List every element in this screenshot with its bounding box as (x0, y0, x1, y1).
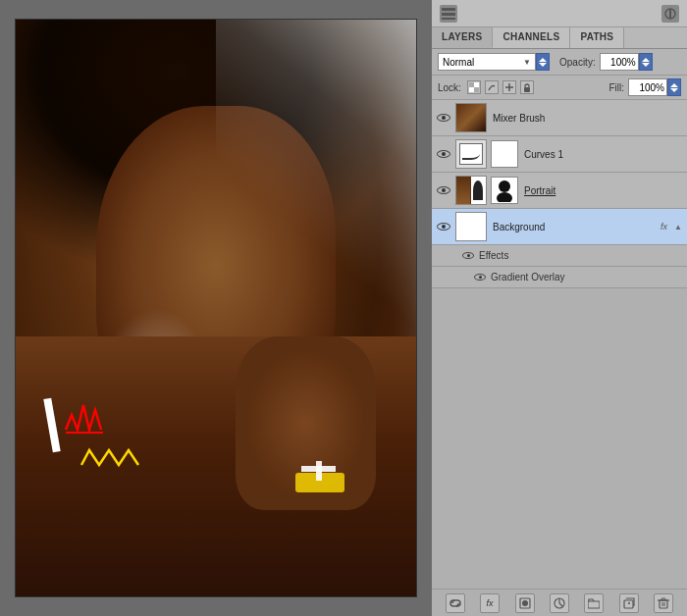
layer-thumbnail-curves1 (455, 139, 487, 169)
svg-rect-2 (442, 18, 455, 20)
fill-stepper[interactable] (667, 78, 681, 96)
opacity-control[interactable]: 100% (600, 53, 653, 71)
eye-pupil (442, 152, 446, 156)
eye-pupil (442, 225, 446, 229)
blend-mode-select[interactable]: Normal ▼ (438, 53, 536, 71)
opacity-input[interactable]: 100% (600, 53, 639, 71)
yellow-zigzag-svg (79, 445, 148, 470)
yellow-zigzag-paint (79, 445, 138, 470)
eye-pupil (442, 116, 446, 120)
effects-eye-icon (462, 252, 474, 259)
layer-item-portrait[interactable]: Portrait (432, 173, 687, 209)
new-layer-icon (623, 597, 635, 609)
svg-rect-5 (469, 82, 474, 87)
red-zigzag-svg (64, 395, 113, 435)
fill-label: Fill: (608, 82, 624, 93)
canvas-area (0, 0, 432, 616)
blend-mode-control[interactable]: Normal ▼ (438, 53, 550, 71)
red-lines-paint (64, 395, 113, 435)
layer-thumbnail-portrait (455, 176, 487, 205)
tab-channels[interactable]: CHANNELS (493, 27, 570, 48)
painting-content (16, 20, 416, 596)
brush-lock-icon (487, 82, 497, 92)
layer-visibility-curves1[interactable] (436, 146, 451, 162)
blend-down-arrow-icon (539, 63, 547, 67)
svg-point-12 (499, 180, 510, 192)
eye-open-icon (437, 114, 450, 122)
tab-layers[interactable]: LAYERS (432, 27, 493, 48)
portrait-mask-icon (495, 179, 514, 202)
layer-name-portrait: Portrait (524, 185, 683, 196)
eye-open-icon (437, 223, 450, 231)
tab-paths[interactable]: PATHS (570, 27, 624, 48)
lock-all-button[interactable] (520, 80, 534, 94)
new-layer-button[interactable] (619, 593, 639, 613)
white-cross-paint (301, 466, 336, 481)
lock-all-icon (522, 82, 532, 92)
eye-open-icon (437, 150, 450, 158)
layer-visibility-mixer-brush[interactable] (436, 110, 451, 126)
svg-point-15 (522, 600, 528, 606)
layer-bottom-toolbar: fx (432, 589, 687, 616)
gradient-overlay-item[interactable]: Gradient Overlay (432, 267, 687, 288)
layer-mask-curves1 (491, 140, 518, 168)
layer-visibility-background[interactable] (436, 219, 451, 234)
effects-label: Effects (479, 250, 508, 261)
fill-down-arrow-icon (670, 88, 678, 92)
blend-mode-value: Normal (443, 57, 474, 68)
blend-mode-row: Normal ▼ Opacity: 100% (432, 49, 687, 76)
layer-thumbnail-mixer-brush (455, 103, 487, 132)
fill-up-arrow-icon (670, 83, 678, 87)
add-style-button[interactable]: fx (480, 593, 500, 613)
layer-visibility-portrait[interactable] (436, 182, 451, 198)
blend-mode-stepper[interactable] (536, 53, 550, 71)
effects-visibility-button[interactable] (461, 249, 475, 263)
layer-name-curves1: Curves 1 (524, 149, 683, 160)
fill-control[interactable]: 100% (628, 78, 681, 96)
trash-icon (658, 597, 669, 609)
lock-position-button[interactable] (502, 80, 516, 94)
group-icon (588, 597, 600, 609)
lock-image-button[interactable] (485, 80, 499, 94)
gradient-overlay-pupil (479, 276, 482, 279)
layer-item-curves1[interactable]: Curves 1 (432, 136, 687, 173)
svg-rect-6 (474, 87, 479, 92)
painting (15, 19, 417, 597)
checkerboard-icon (469, 82, 479, 92)
layer-tabs: LAYERS CHANNELS PATHS (432, 27, 687, 49)
panel-icon-right[interactable] (661, 5, 679, 23)
gradient-overlay-visibility-button[interactable] (473, 271, 487, 284)
effects-header-item[interactable]: Effects (432, 245, 687, 267)
add-mask-button[interactable] (515, 593, 535, 613)
svg-rect-17 (588, 601, 600, 608)
create-group-button[interactable] (584, 593, 604, 613)
panel-icon-left[interactable] (440, 5, 457, 23)
fx-label-icon: fx (487, 598, 494, 608)
blend-up-arrow-icon (539, 58, 547, 62)
link-layers-button[interactable] (446, 593, 465, 613)
lock-transparent-button[interactable] (467, 80, 481, 94)
layers-panel-icon (442, 8, 455, 20)
layer-item-mixer-brush[interactable]: Mixer Brush (432, 100, 687, 136)
curves-line-icon (462, 148, 480, 160)
eye-pupil (442, 188, 446, 192)
link-icon (449, 597, 461, 609)
mask-icon (519, 597, 531, 609)
adjustment-icon (554, 597, 565, 609)
delete-layer-button[interactable] (654, 593, 673, 613)
effects-group: Effects Gradient Overlay (432, 245, 687, 288)
add-adjustment-button[interactable] (550, 593, 569, 613)
layer-item-background[interactable]: Background fx ▲ (432, 209, 687, 245)
portrait-mask-half (471, 177, 486, 204)
portrait-silhouette-icon (473, 180, 483, 200)
fill-input[interactable]: 100% (628, 78, 667, 96)
layers-list: Mixer Brush Curves 1 (432, 100, 687, 589)
layer-collapse-arrow-icon[interactable]: ▲ (673, 222, 683, 231)
eye-open-icon (437, 186, 450, 194)
fx-badge: fx (661, 222, 667, 231)
blend-mode-arrow-icon: ▼ (523, 58, 531, 67)
lock-row: Lock: Fill: (432, 76, 687, 100)
lock-label: Lock: (438, 82, 461, 93)
svg-rect-4 (669, 9, 671, 19)
opacity-stepper[interactable] (639, 53, 653, 71)
